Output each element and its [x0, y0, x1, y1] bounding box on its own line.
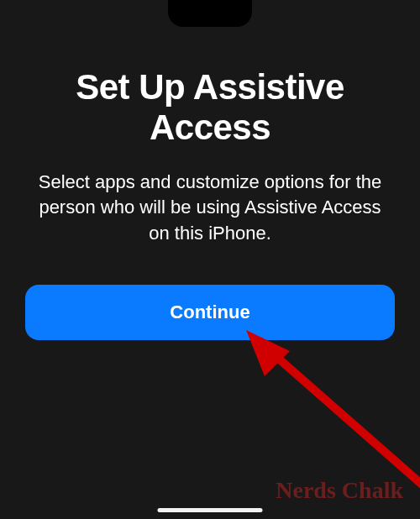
page-title: Set Up Assistive Access	[25, 67, 395, 149]
phone-screen: Set Up Assistive Access Select apps and …	[0, 0, 420, 519]
setup-content: Set Up Assistive Access Select apps and …	[25, 0, 395, 519]
device-notch	[168, 0, 252, 27]
page-description: Select apps and customize options for th…	[25, 170, 395, 247]
continue-button[interactable]: Continue	[25, 285, 395, 340]
watermark-text: Nerds Chalk	[276, 477, 403, 504]
home-indicator[interactable]	[158, 508, 263, 512]
